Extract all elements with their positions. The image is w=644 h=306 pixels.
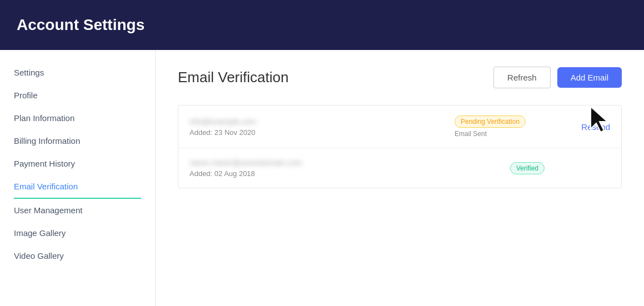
- sidebar-item-plan-information[interactable]: Plan Information: [0, 107, 155, 129]
- email-address: info@example.com: [189, 117, 443, 126]
- sidebar: SettingsProfilePlan InformationBilling I…: [0, 50, 156, 306]
- status-badge: Pending Verification: [455, 116, 526, 128]
- content-area: Email Verification Refresh Add Email inf…: [156, 50, 644, 306]
- sidebar-item-payment-history[interactable]: Payment History: [0, 152, 155, 175]
- main-content: SettingsProfilePlan InformationBilling I…: [0, 50, 644, 306]
- sidebar-item-billing-information[interactable]: Billing Information: [0, 129, 155, 152]
- add-email-button[interactable]: Add Email: [557, 67, 622, 88]
- sidebar-item-email-verification[interactable]: Email Verification: [14, 175, 141, 199]
- email-row: name.martin@somedomain.comAdded: 02 Aug …: [178, 148, 621, 188]
- content-header: Email Verification Refresh Add Email: [178, 67, 622, 88]
- status-badge: Verified: [510, 162, 545, 174]
- page-title: Email Verification: [178, 69, 288, 86]
- email-sent-label: Email Sent: [455, 130, 487, 138]
- sidebar-item-settings[interactable]: Settings: [0, 61, 155, 84]
- sidebar-item-video-gallery[interactable]: Video Gallery: [0, 244, 155, 267]
- email-list: info@example.comAdded: 23 Nov 2020Pendin…: [178, 105, 622, 188]
- refresh-button[interactable]: Refresh: [493, 67, 551, 88]
- email-address: name.martin@somedomain.com: [189, 158, 499, 167]
- sidebar-item-image-gallery[interactable]: Image Gallery: [0, 222, 155, 244]
- page-header: Account Settings: [0, 0, 644, 50]
- header-title: Account Settings: [17, 16, 144, 34]
- email-date: Added: 23 Nov 2020: [189, 128, 443, 137]
- sidebar-item-profile[interactable]: Profile: [0, 84, 155, 107]
- resend-link[interactable]: Resend: [566, 122, 610, 132]
- email-date: Added: 02 Aug 2018: [189, 169, 499, 178]
- header-buttons: Refresh Add Email: [493, 67, 622, 88]
- email-row: info@example.comAdded: 23 Nov 2020Pendin…: [178, 106, 621, 148]
- sidebar-item-user-management[interactable]: User Management: [0, 199, 155, 222]
